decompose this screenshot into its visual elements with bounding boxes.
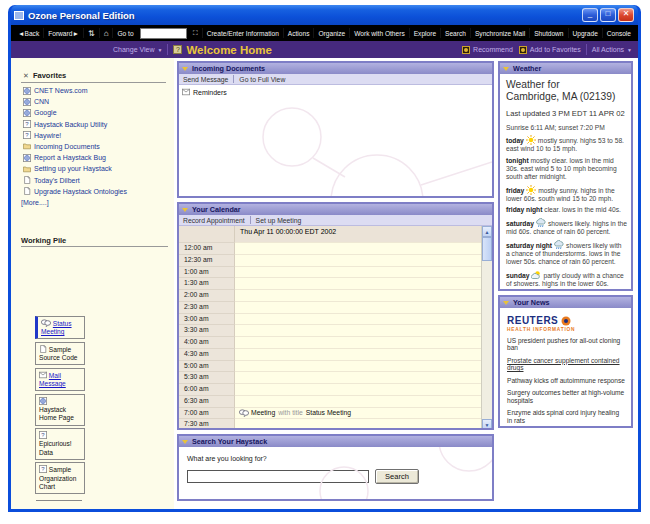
pile-item[interactable]: Mail Message <box>35 368 85 391</box>
toolbar-item[interactable]: Console <box>604 30 634 37</box>
calendar-slot[interactable] <box>235 254 481 266</box>
back-button[interactable]: ◄Back <box>15 30 42 37</box>
calendar-row[interactable]: 1:00 am <box>179 266 481 278</box>
calendar-row[interactable]: 6:00 am <box>179 383 481 395</box>
toolbar-item[interactable]: Organize <box>315 30 348 37</box>
favorite-item[interactable]: Upgrade Haystack Ontologies <box>23 187 174 196</box>
favorite-item[interactable]: CNN <box>23 97 174 106</box>
toolbar-item[interactable]: Synchronize Mail <box>472 30 528 37</box>
toolbar-item[interactable]: Upgrade <box>570 30 601 37</box>
search-header[interactable]: Search Your Haystack <box>179 436 492 447</box>
panel-action[interactable]: Record Appointment <box>183 217 245 224</box>
panel-action[interactable]: Send Message <box>183 76 228 83</box>
favorite-item[interactable]: ?Haywire! <box>23 131 174 140</box>
incoming-documents-header[interactable]: Incoming Documents <box>179 63 492 74</box>
toolbar-item[interactable]: Actions <box>285 30 313 37</box>
refresh-icon[interactable]: ⇅ <box>85 29 98 38</box>
change-view-button[interactable]: Change View▼ <box>113 46 162 53</box>
calendar-slot[interactable] <box>235 395 481 407</box>
calendar-scrollbar[interactable]: ▲ ▼ <box>481 226 492 430</box>
favorite-item[interactable]: Report a Haystack Bug <box>23 153 174 162</box>
news-header[interactable]: Your News <box>500 297 631 308</box>
recommend-button[interactable]: Recommend <box>462 46 513 54</box>
add-to-favorites-button[interactable]: Add to Favorites <box>519 46 581 54</box>
favorite-item[interactable]: Today's Dilbert <box>23 176 174 185</box>
panel-collapse-icon[interactable] <box>503 301 509 305</box>
calendar-row[interactable]: 3:00 am <box>179 313 481 325</box>
toolbar-item[interactable]: Shutdown <box>531 30 566 37</box>
calendar-slot[interactable] <box>235 242 481 254</box>
pile-item[interactable]: Status Meeting <box>35 316 85 339</box>
favorite-item[interactable]: Incoming Documents <box>23 142 174 151</box>
weather-header[interactable]: Weather <box>500 63 631 74</box>
pile-item[interactable]: Haystack Home Page <box>35 394 85 426</box>
calendar-row[interactable]: 4:00 am <box>179 336 481 348</box>
calendar-row[interactable]: 1:30 am <box>179 277 481 289</box>
calendar-slot[interactable] <box>235 383 481 395</box>
calendar-row[interactable]: 2:30 am <box>179 301 481 313</box>
calendar-slot[interactable] <box>235 418 481 430</box>
news-item[interactable]: Pathway kicks off autoimmune response <box>507 377 626 385</box>
calendar-row[interactable]: 7:00 amMeetingwith titleStatus Meeting <box>179 407 481 419</box>
calendar-slot[interactable] <box>235 336 481 348</box>
panel-action[interactable]: Set up Meeting <box>256 217 302 224</box>
calendar-slot[interactable] <box>235 277 481 289</box>
calendar-slot[interactable] <box>235 371 481 383</box>
all-actions-button[interactable]: All Actions▼ <box>592 46 632 53</box>
forward-button[interactable]: Forward► <box>45 30 82 37</box>
panel-collapse-icon[interactable] <box>182 440 188 444</box>
pile-item[interactable]: ? Sample Organization Chart <box>35 462 85 494</box>
calendar-slot[interactable] <box>235 313 481 325</box>
incoming-item[interactable]: Reminders <box>182 88 492 96</box>
calendar-row[interactable]: 12:00 am <box>179 242 481 254</box>
favorites-more-link[interactable]: [More....] <box>21 199 174 206</box>
favorite-item[interactable]: Google <box>23 108 174 117</box>
calendar-header[interactable]: Your Calendar <box>179 204 492 215</box>
panel-collapse-icon[interactable] <box>503 67 509 71</box>
calendar-slot[interactable] <box>235 266 481 278</box>
calendar-row[interactable]: 5:30 am <box>179 371 481 383</box>
calendar-row[interactable]: 3:30 am <box>179 324 481 336</box>
calendar-row[interactable]: 4:30 am <box>179 348 481 360</box>
view-help-icon[interactable]: ? <box>173 45 182 54</box>
scroll-up-icon[interactable]: ▲ <box>482 226 492 237</box>
calendar-slot[interactable] <box>235 289 481 301</box>
news-item[interactable]: Prostate cancer supplement contained dru… <box>507 357 626 373</box>
scroll-down-icon[interactable]: ▼ <box>482 419 492 430</box>
calendar-slot[interactable] <box>235 360 481 372</box>
search-button[interactable]: Search <box>375 469 419 484</box>
news-item[interactable]: Surgery outcomes better at high-volume h… <box>507 389 626 405</box>
home-icon[interactable]: ⌂ <box>101 29 112 38</box>
toolbar-item[interactable]: Search <box>442 30 469 37</box>
panel-collapse-icon[interactable] <box>182 67 188 71</box>
calendar-row[interactable]: 6:30 am <box>179 395 481 407</box>
panel-action[interactable]: Go to Full View <box>239 76 285 83</box>
scroll-thumb[interactable] <box>482 237 492 261</box>
minimize-button[interactable]: _ <box>582 8 598 22</box>
calendar-row[interactable]: 2:00 am <box>179 289 481 301</box>
calendar-slot[interactable] <box>235 348 481 360</box>
favorite-item[interactable]: Setting up your Haystack <box>23 164 174 173</box>
toolbar-item[interactable]: Explore <box>411 30 439 37</box>
search-input[interactable] <box>187 470 369 483</box>
calendar-slot[interactable] <box>235 301 481 313</box>
pile-item[interactable]: Sample Source Code <box>35 342 85 365</box>
goto-input[interactable] <box>140 28 187 39</box>
favorite-item[interactable]: CNET News.com <box>23 86 174 95</box>
collapse-icon[interactable]: ✕ <box>23 72 29 80</box>
calendar-row[interactable]: 12:30 am <box>179 254 481 266</box>
favorite-item[interactable]: ?Haystack Backup Utility <box>23 120 174 129</box>
toolbar-item[interactable]: Work with Others <box>351 30 407 37</box>
go-icon[interactable]: ⛶ <box>190 29 201 37</box>
calendar-row[interactable]: 7:30 am <box>179 418 481 430</box>
panel-collapse-icon[interactable] <box>182 208 188 212</box>
maximize-button[interactable]: □ <box>600 8 616 22</box>
calendar-row[interactable]: 5:00 am <box>179 360 481 372</box>
news-item[interactable]: US president pushes for all-out cloning … <box>507 337 626 353</box>
calendar-slot[interactable] <box>235 324 481 336</box>
close-button[interactable]: ✕ <box>618 8 634 22</box>
toolbar-item[interactable]: Create/Enter Information <box>204 30 282 37</box>
news-item[interactable]: Enzyme aids spinal cord injury healing i… <box>507 409 626 425</box>
calendar-slot[interactable]: Meetingwith titleStatus Meeting <box>235 407 481 419</box>
pile-item[interactable]: ?Epicurious! Data <box>35 428 85 460</box>
